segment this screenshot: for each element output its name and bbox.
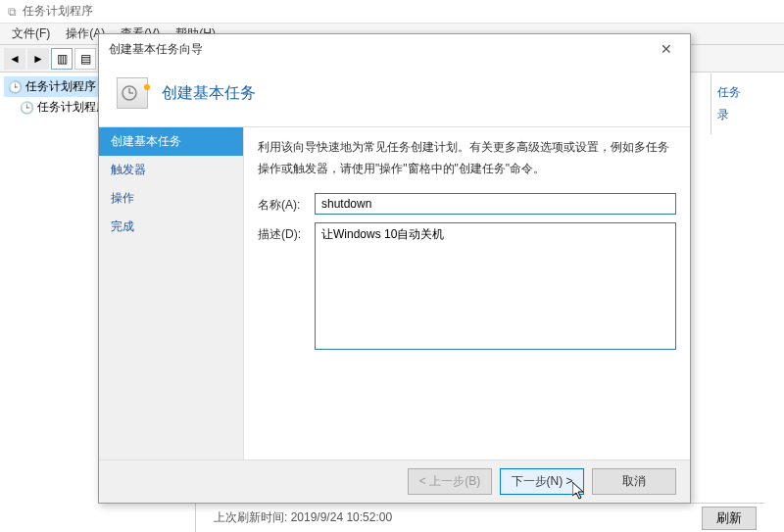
folder-icon: 🕒 [20,101,33,115]
wizard-body: 创建基本任务 触发器 操作 完成 利用该向导快速地为常见任务创建计划。有关更多高… [99,127,690,459]
app-icon: ⧉ [8,5,17,19]
wizard-nav-step-trigger[interactable]: 触发器 [99,156,243,184]
next-button[interactable]: 下一步(N) > [500,468,584,495]
name-label: 名称(A): [258,193,315,214]
wizard-header-icon [117,77,148,109]
wizard-nav-step-basic[interactable]: 创建基本任务 [99,127,243,156]
wizard-nav-step-action[interactable]: 操作 [99,184,243,213]
name-input[interactable] [315,193,676,215]
close-icon[interactable]: ✕ [653,41,680,57]
description-textarea[interactable] [315,222,676,350]
wizard-description: 利用该向导快速地为常见任务创建计划。有关更多高级选项或设置，例如多任务操作或触发… [258,137,676,179]
wizard-footer: < 上一步(B) 下一步(N) > 取消 [99,459,690,503]
back-button: < 上一步(B) [408,468,492,495]
last-refresh-label: 上次刷新时间: 2019/9/24 10:52:00 [214,509,392,526]
app-title: 任务计划程序 [23,3,93,20]
clock-icon: 🕒 [8,80,22,94]
wizard-nav-step-finish[interactable]: 完成 [99,213,243,241]
wizard-content: 利用该向导快速地为常见任务创建计划。有关更多高级选项或设置，例如多任务操作或触发… [244,127,690,459]
actions-item-record[interactable]: 录 [717,104,778,126]
wizard-titlebar: 创建基本任务向导 ✕ [99,34,690,64]
toolbar-pane1-button[interactable]: ▥ [51,48,73,70]
toolbar-pane2-button[interactable]: ▤ [74,48,96,70]
app-titlebar: ⧉ 任务计划程序 [0,0,784,24]
cancel-button[interactable]: 取消 [592,468,676,495]
toolbar-forward-button[interactable]: ► [27,48,49,70]
description-label: 描述(D): [258,222,315,243]
toolbar-back-button[interactable]: ◄ [4,48,25,70]
status-bar: 上次刷新时间: 2019/9/24 10:52:00 刷新 [206,503,764,532]
wizard-window-title: 创建基本任务向导 [109,41,203,58]
form-row-name: 名称(A): [258,193,676,215]
form-row-description: 描述(D): [258,222,676,350]
actions-panel: 任务 录 [710,73,784,134]
wizard-dialog: 创建基本任务向导 ✕ 创建基本任务 创建基本任务 触发器 操作 完成 利用该向导… [98,33,691,504]
wizard-nav: 创建基本任务 触发器 操作 完成 [99,127,244,459]
wizard-header: 创建基本任务 [99,64,690,127]
menu-file[interactable]: 文件(F) [4,24,58,44]
actions-item-task[interactable]: 任务 [717,81,778,104]
wizard-header-title: 创建基本任务 [162,83,256,104]
refresh-button[interactable]: 刷新 [702,507,757,530]
